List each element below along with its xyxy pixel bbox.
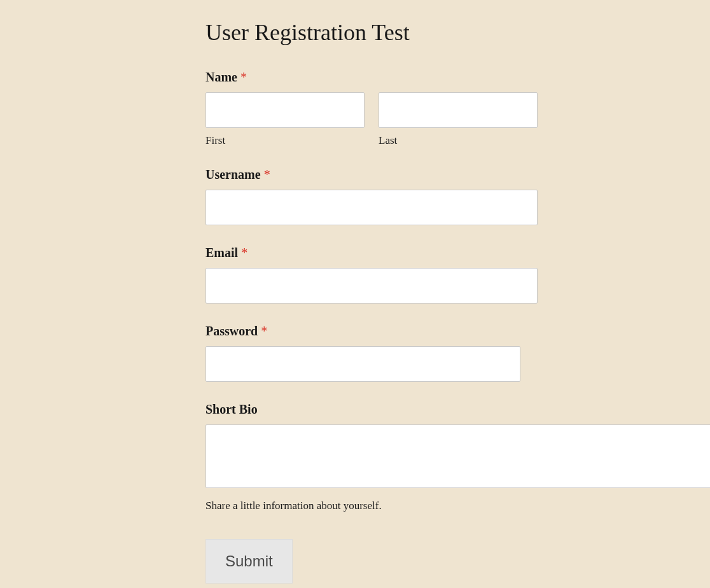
password-input[interactable] (205, 346, 520, 382)
name-label-text: Name (205, 70, 237, 84)
username-label: Username * (205, 167, 619, 182)
bio-field-group: Short Bio Share a little information abo… (205, 402, 619, 512)
username-required-marker: * (264, 167, 270, 181)
first-name-column: First (205, 92, 365, 147)
email-field-group: Email * (205, 246, 619, 304)
bio-label: Short Bio (205, 402, 619, 417)
password-required-marker: * (261, 324, 267, 338)
username-label-text: Username (205, 167, 261, 181)
name-label: Name * (205, 70, 619, 85)
last-name-input[interactable] (379, 92, 538, 128)
last-name-sublabel: Last (379, 134, 538, 147)
name-required-marker: * (240, 70, 247, 84)
name-input-row: First Last (205, 92, 538, 147)
page-title: User Registration Test (205, 19, 619, 46)
name-field-group: Name * First Last (205, 70, 619, 147)
first-name-sublabel: First (205, 134, 365, 147)
username-input[interactable] (205, 190, 538, 225)
username-field-group: Username * (205, 167, 619, 225)
first-name-input[interactable] (205, 92, 365, 128)
password-label-text: Password (205, 324, 258, 338)
registration-form-container: User Registration Test Name * First Last… (78, 19, 632, 584)
email-required-marker: * (241, 246, 247, 260)
bio-label-text: Short Bio (205, 402, 258, 416)
email-input[interactable] (205, 268, 538, 304)
bio-textarea[interactable] (205, 424, 710, 488)
submit-button[interactable]: Submit (205, 539, 293, 584)
email-label-text: Email (205, 246, 238, 260)
bio-help-text: Share a little information about yoursel… (205, 500, 619, 512)
email-label: Email * (205, 246, 619, 260)
password-field-group: Password * (205, 324, 619, 382)
last-name-column: Last (379, 92, 538, 147)
password-label: Password * (205, 324, 619, 339)
